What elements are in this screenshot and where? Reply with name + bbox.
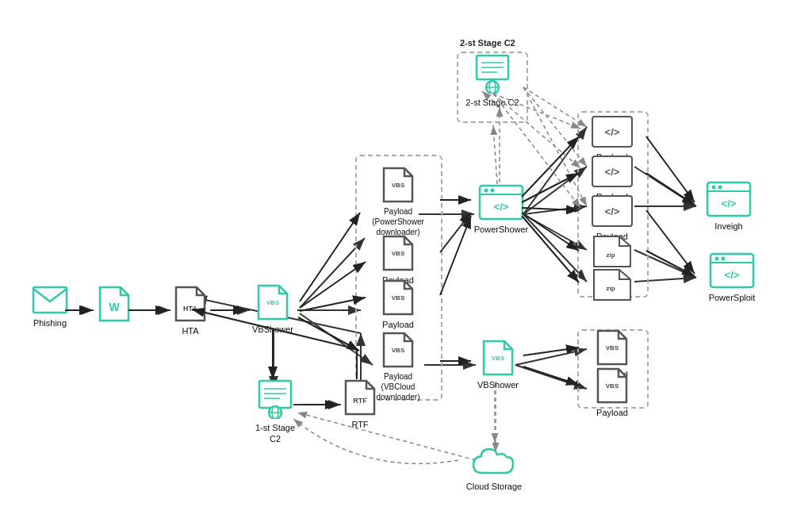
svg-point-57 [485,189,488,193]
inveigh-node: </> Inveigh [696,181,761,232]
payload-vbs2-node: VBS Payload [366,279,430,330]
powershower-label: PowerShower [474,224,528,235]
svg-line-105 [646,136,695,202]
svg-text:VBS: VBS [392,250,405,257]
payload-vbs2-icon: VBS [382,279,414,316]
svg-line-28 [515,349,587,365]
svg-text:W: W [109,301,120,313]
svg-point-58 [491,189,495,193]
svg-line-100 [522,216,579,282]
phishing-node: Phishing [22,286,78,328]
powershower-icon: </> [478,184,524,221]
svg-text:</>: </> [722,198,737,209]
word-node: W [94,286,135,325]
payload-zip1-node: zip [580,235,644,271]
payload-code2-icon: </> [591,155,634,188]
payload-vbcloud-dl-label: Payload(VBClouddownloader) [376,371,419,402]
envelope-icon [32,286,68,314]
svg-line-88 [300,213,360,301]
svg-text:zip: zip [606,285,615,292]
payload-vbs1-node: VBS Payload [366,235,430,286]
diagram: Phishing W HTA HTA VBS VBShower [0,0,812,530]
payload-zip2-node: zip [580,268,644,305]
svg-line-29 [515,365,587,389]
payload-vbcloud-dl-icon: VBS [382,332,414,368]
svg-text:VBS: VBS [392,347,405,354]
payload-ps-dl-icon: VBS [382,167,414,203]
rtf-label: RTF [351,419,368,430]
svg-text:</>: </> [605,166,620,178]
svg-line-106 [646,173,695,205]
svg-text:VBS: VBS [606,344,619,351]
payload-vbs4-node: VBS Payload [580,367,644,418]
svg-line-107 [646,210,695,274]
cloud-storage-node: Cloud Storage [458,443,530,492]
svg-line-104 [493,125,497,184]
svg-text:</>: </> [725,269,740,281]
vbshower2-label: VBShower [477,379,519,390]
stage2-c2-node: 2-st Stage C2 [458,54,527,108]
word-doc-icon: W [98,286,130,322]
powershower-node: </> PowerShower [473,184,530,235]
vbshower2-node: VBS VBShower [473,340,523,390]
stage2-c2-icon [475,54,510,94]
payload-vbs1-icon: VBS [382,235,414,271]
svg-text:zip: zip [606,252,615,259]
payload-vbs3-icon: VBS [596,329,628,366]
vbshower-label: VBShower [252,324,293,335]
hta-label: HTA [182,325,198,336]
vbshower2-icon: VBS [482,340,514,376]
payload-vbcloud-dl-node: VBS Payload(VBClouddownloader) [358,332,438,402]
svg-point-78 [715,257,719,261]
svg-rect-32 [33,287,67,313]
hta-doc-icon: HTA [174,286,206,322]
payload-code3-icon: </> [591,194,634,228]
vbs-doc-icon: VBS [257,284,289,321]
svg-line-97 [522,173,579,202]
payload-vbs4-label: Payload [596,407,628,418]
svg-text:VBS: VBS [492,355,505,362]
svg-line-98 [522,208,579,210]
vbshower-node: VBS VBShower [247,284,298,335]
svg-line-99 [522,213,579,251]
inveigh-icon: </> [706,181,752,217]
svg-text:</>: </> [494,201,509,213]
stage2-c2-title: 2-st Stage C2 [460,38,515,48]
stage1-c2-label: 1-st Stage C2 [250,422,301,445]
cloud-icon [470,443,518,478]
svg-line-91 [298,317,359,351]
svg-text:HTA: HTA [183,305,197,313]
payload-code1-icon: </> [591,115,634,148]
svg-line-108 [646,251,695,276]
svg-point-79 [722,257,726,261]
svg-text:</>: </> [605,126,620,138]
payload-zip1-icon: zip [592,235,632,268]
payload-vbs4-icon: VBS [596,367,628,404]
stage2-c2-label: 2-st Stage C2 [465,97,519,108]
svg-point-73 [712,186,716,190]
hta-node: HTA HTA [170,286,211,336]
svg-text:VBS: VBS [392,182,405,189]
powersploit-icon: </> [709,252,755,289]
svg-text:</>: </> [605,205,620,217]
svg-text:VBS: VBS [606,382,619,390]
svg-line-31 [297,413,476,460]
svg-line-109 [523,348,579,355]
svg-text:VBS: VBS [392,294,405,301]
stage1-c2-icon [258,379,293,419]
svg-rect-36 [259,381,291,408]
svg-line-94 [440,216,471,295]
svg-line-96 [522,136,579,197]
svg-line-93 [440,213,471,252]
stage1-c2-node: 1-st Stage C2 [250,379,301,445]
svg-text:VBS: VBS [266,299,280,306]
payload-vbs2-label: Payload [382,319,414,330]
inveigh-label: Inveigh [714,221,742,232]
payload-ps-dl-node: VBS Payload(PowerShowerdownloader) [358,167,438,237]
powersploit-node: </> PowerSploit [696,252,768,303]
cloud-storage-label: Cloud Storage [466,481,522,492]
phishing-label: Phishing [33,317,67,328]
svg-point-74 [718,186,722,190]
powersploit-label: PowerSploit [709,292,756,303]
svg-line-110 [523,367,579,385]
